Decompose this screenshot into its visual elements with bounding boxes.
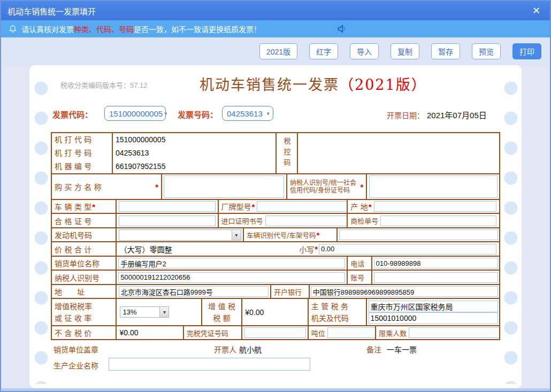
required-mark: *: [360, 182, 363, 191]
invoice-number-value: 04253613: [227, 109, 265, 118]
vat-rate-select[interactable]: 13% ▾: [120, 306, 169, 318]
vin-input[interactable]: [339, 229, 498, 240]
vat-rate-value: 13%: [120, 307, 159, 317]
tax-authority-label: 主 管 税 务: [311, 301, 348, 312]
buyer-taxid-input[interactable]: [369, 175, 498, 198]
total-small-label: 小写: [299, 244, 314, 255]
total-small-input[interactable]: [319, 244, 496, 255]
phone-input[interactable]: [374, 258, 498, 268]
machine-id-value: 661907952155: [116, 160, 165, 173]
seller-name-label: 销货单位名称: [55, 258, 100, 268]
pretax-price-value: ¥0.00: [119, 328, 138, 337]
total-in-words: （大写）零圆整: [119, 244, 172, 255]
import-button[interactable]: 导入: [350, 43, 379, 59]
machine-number-label: 机 打 号 码: [55, 147, 91, 160]
import-cert-input[interactable]: [265, 216, 347, 226]
row-total: 价 税 合 计 （大写）零圆整 小写 *: [52, 241, 499, 256]
tonnage-label: 吨位: [311, 328, 325, 338]
passenger-limit-input[interactable]: [409, 327, 499, 338]
close-icon[interactable]: ✕: [529, 5, 544, 17]
inspection-label: 商检单号: [350, 216, 378, 226]
save-draft-button[interactable]: 暂存: [431, 43, 460, 59]
speaker-icon[interactable]: [337, 25, 347, 35]
bank-input[interactable]: [311, 286, 498, 297]
drawer-label: 开票人: [214, 344, 236, 355]
title-bar: 机动车销售统一发票填开 ✕: [1, 1, 550, 20]
required-mark: *: [92, 202, 95, 211]
tax-paid-cert-label: 完税凭证号码: [187, 328, 228, 338]
invoice-title-version: （2021版）: [339, 76, 427, 93]
row-buyer: 购 买 方 名 称 * 纳税人识别号/统一社会信用代码/身份证号码 *: [52, 173, 499, 199]
remark-value: 一车一票: [387, 344, 417, 355]
remark-label: 备注: [366, 344, 381, 355]
buyer-name-input[interactable]: [164, 175, 284, 198]
vin-label: 车辆识别代号/车架号码: [247, 230, 316, 240]
engine-number-label: 发动机号码: [55, 229, 92, 240]
tax-paid-cert-input[interactable]: [244, 327, 306, 338]
inspection-input[interactable]: [380, 216, 496, 226]
machine-code-value: 151000000005: [116, 133, 165, 147]
tax-control-code-area: [297, 133, 499, 173]
tax-authority-label-2: 机关及代码: [311, 312, 349, 324]
tax-authority-name-input[interactable]: [369, 301, 498, 312]
bell-icon: [9, 25, 17, 33]
vat-amount-label: 增 值 税: [208, 301, 235, 312]
red-invoice-button[interactable]: 红字: [309, 43, 338, 59]
seller-stamp-label: 销货单位盖章: [53, 344, 98, 355]
preview-button[interactable]: 预览: [472, 43, 501, 59]
brand-model-input[interactable]: [257, 201, 347, 212]
row-vehicle: 车 辆 类 型* 厂牌型号* 产 地*: [52, 199, 499, 213]
address-label: 地 址: [55, 286, 85, 297]
issue-date-value: 2021年07月05日: [427, 109, 487, 120]
row-machine-codes: 机 打 代 码 机 打 号 码 机 器 编 号 151000000005 042…: [52, 133, 499, 173]
invoice-title: 机动车销售统一发票（2021版）: [200, 73, 427, 94]
brand-model-label: 厂牌型号: [221, 201, 251, 212]
tax-control-code-label: 税控码: [282, 137, 292, 170]
import-cert-label: 进口证明书号: [221, 216, 263, 226]
seller-taxno-input[interactable]: [118, 272, 345, 283]
required-mark: *: [369, 202, 372, 211]
window-title: 机动车销售统一发票填开: [7, 5, 96, 17]
row-seller-taxno: 纳税人识别号 账号: [52, 270, 499, 284]
invoice-number-select[interactable]: 04253613 ▾: [222, 106, 273, 121]
row-address-bank: 地 址 开户银行: [52, 284, 499, 298]
phone-label: 电话: [350, 258, 364, 268]
drawer-value: 航小航: [239, 344, 262, 355]
row-pretax: 不 含 税 价 ¥0.00 完税凭证号码 吨位 限乘人数: [52, 325, 499, 339]
row-seller: 销货单位名称 电话: [52, 256, 499, 270]
origin-input[interactable]: [374, 201, 496, 212]
seller-taxno-label: 纳税人识别号: [55, 272, 100, 283]
account-input[interactable]: [374, 272, 498, 283]
print-button[interactable]: 打印: [512, 43, 541, 59]
invoice-number-label: 发票号码：: [178, 109, 218, 120]
total-label: 价 税 合 计: [55, 244, 91, 255]
version-2021-button[interactable]: 2021版: [259, 43, 297, 59]
seller-name-input[interactable]: [118, 258, 345, 268]
engine-number-value: [119, 230, 232, 240]
required-mark: *: [155, 182, 158, 191]
invoice-dialog: 机动车销售统一发票填开 ✕ 请认真核对发票种类、代码、号码是否一致，如不一致请更…: [0, 0, 551, 392]
manufacturer-input[interactable]: [109, 358, 310, 371]
row-vat: 增值税税率 或 征 收 率 13% ▾ 增 值 税 税 额 ¥0.00: [52, 298, 499, 325]
tax-authority-code-input[interactable]: [369, 312, 498, 324]
machine-number-value: 04253613: [116, 147, 149, 160]
copy-button[interactable]: 复制: [391, 43, 419, 59]
bottom-band: [1, 388, 550, 391]
account-label: 账号: [350, 272, 364, 282]
buyer-taxid-label: 纳税人识别号/统一社会信用代码/身份证号码: [290, 179, 359, 194]
issue-date-label: 开票日期：: [387, 110, 424, 120]
certificate-input[interactable]: [119, 216, 216, 226]
notification-bar: 请认真核对发票种类、代码、号码是否一致，如不一致请更换纸质发票！: [1, 20, 550, 37]
address-input[interactable]: [119, 286, 269, 297]
certificate-label: 合 格 证 号: [55, 216, 91, 226]
vat-amount-value: ¥0.00: [245, 308, 264, 317]
vehicle-type-input[interactable]: [119, 201, 216, 212]
invoice-code-select[interactable]: 151000000005 ▾: [104, 106, 166, 121]
decor-dots-right: [503, 81, 518, 384]
vat-rate-label-2: 或 征 收 率: [55, 312, 91, 324]
tax-code-version-note: 税收分类编码版本号：57.12: [60, 80, 148, 90]
required-mark: *: [252, 202, 255, 211]
tonnage-input[interactable]: [327, 327, 375, 338]
invoice-meta-row: 发票代码： 151000000005 ▾ 发票号码： 04253613 ▾ 开票…: [29, 106, 522, 122]
engine-number-select[interactable]: ▾: [119, 229, 241, 241]
